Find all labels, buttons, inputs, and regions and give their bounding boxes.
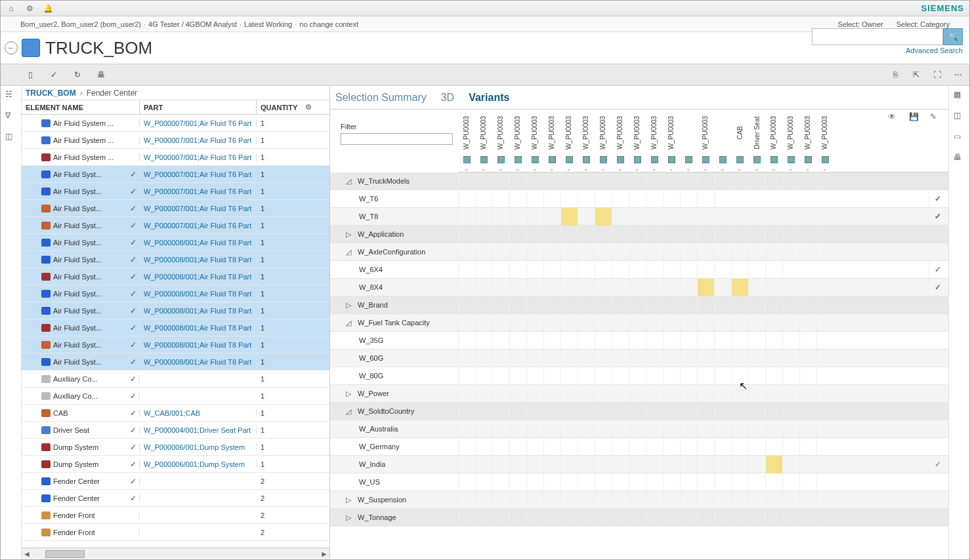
settings-icon[interactable]: ⚙ [24, 3, 35, 14]
variant-row[interactable]: ▷W_Suspension [330, 491, 948, 509]
home-icon[interactable]: ⌂ [6, 3, 16, 14]
variant-column[interactable]: Driver Seat⌄ [748, 110, 765, 172]
apply-icon[interactable]: ✓ [48, 69, 60, 81]
bookmark-icon[interactable]: ◫ [5, 132, 17, 144]
layout1-icon[interactable]: ▦ [954, 90, 965, 102]
variant-row[interactable]: W_80G [330, 367, 948, 385]
select-category-label[interactable]: Select: Category [896, 20, 950, 28]
table-row[interactable]: Air Fluid Syst...✓W_P000007/001;Air Flui… [22, 200, 329, 217]
table-row[interactable]: Air Fluid System ...W_P000007/001;Air Fl… [22, 132, 329, 149]
table-row[interactable]: Air Fluid Syst...✓W_P000008/001;Air Flui… [22, 302, 329, 319]
variant-row[interactable]: W_Australia [330, 420, 948, 438]
panel-icon[interactable]: ▯ [24, 69, 36, 81]
table-row[interactable]: Air Fluid Syst...✓W_P000008/001;Air Flui… [22, 319, 329, 336]
filter-input[interactable] [341, 133, 453, 145]
variant-grid[interactable]: ◿W_TruckModelsW_T6W_T8▷W_Application◿W_A… [330, 172, 948, 559]
table-row[interactable]: Fender Center✓2 [22, 490, 329, 507]
refresh-icon[interactable]: ↻ [72, 69, 83, 81]
col-quantity[interactable]: QUANTITY [261, 104, 297, 111]
bell-icon[interactable]: 🔔 [43, 3, 53, 14]
table-row[interactable]: Fender Front2 [22, 524, 329, 541]
table-row[interactable]: Fender Center✓2 [22, 473, 329, 490]
variant-row[interactable]: ▷W_Tonnage [330, 509, 948, 527]
layout2-icon[interactable]: ◫ [954, 111, 965, 123]
variant-row[interactable]: ◿W_AxleConfiguration [330, 243, 948, 261]
table-row[interactable]: Dump System✓W_P000006/001;Dump System1 [22, 456, 329, 473]
variant-column[interactable]: W_PU0003⌄ [612, 110, 629, 172]
filter-icon[interactable]: ∇ [5, 111, 17, 123]
variant-row[interactable]: ▷W_Application [330, 226, 948, 243]
column-settings-icon[interactable]: ⚙ [305, 103, 312, 111]
search-button[interactable]: 🔍 [943, 28, 963, 45]
export-icon[interactable]: ⇱ [910, 69, 922, 81]
print2-icon[interactable]: 🖶 [954, 153, 965, 165]
variant-column[interactable]: ⌄ [680, 110, 697, 172]
table-row[interactable]: Air Fluid Syst...✓W_P000007/001;Air Flui… [22, 217, 329, 234]
variant-row[interactable]: W_6X4 [330, 261, 948, 279]
variant-column[interactable]: W_PU0003⌄ [697, 110, 714, 172]
variant-row[interactable]: W_35G [330, 332, 948, 350]
table-row[interactable]: Air Fluid Syst...✓W_P000007/001;Air Flui… [22, 183, 329, 200]
table-row[interactable]: Auxlliary Co...✓1 [22, 370, 329, 388]
table-row[interactable]: Driver Seat✓W_P000004/001;Driver Seat Pa… [22, 422, 329, 439]
save-icon[interactable]: 💾 [909, 112, 921, 124]
variant-row[interactable]: W_60G [330, 350, 948, 367]
variant-column[interactable]: W_PU0003⌄ [765, 110, 782, 172]
variant-column[interactable]: W_PU0003⌄ [543, 110, 560, 172]
advanced-search-link[interactable]: Advanced Search [906, 47, 963, 54]
variant-column[interactable]: W_PU0003⌄ [458, 110, 475, 172]
variant-column[interactable]: W_PU0003⌄ [782, 110, 799, 172]
tab-3d[interactable]: 3D [441, 92, 454, 104]
copy-icon[interactable]: ⎘ [889, 69, 901, 81]
edit-icon[interactable]: ✎ [930, 112, 942, 124]
select-owner-label[interactable]: Select: Owner [838, 20, 883, 28]
variant-column[interactable]: CAB⌄ [731, 110, 748, 172]
table-row[interactable]: Air Fluid System ...W_P000007/001;Air Fl… [22, 149, 329, 166]
variant-row[interactable]: W_T6 [330, 190, 948, 208]
layout3-icon[interactable]: ▭ [954, 132, 965, 144]
col-part[interactable]: PART [140, 100, 257, 114]
table-row[interactable]: Auxlliary Co...✓1 [22, 388, 329, 405]
table-row[interactable]: Fender Front2 [22, 507, 329, 524]
variant-column[interactable]: W_PU0003⌄ [526, 110, 543, 172]
variant-column[interactable]: W_PU0003⌄ [560, 110, 578, 172]
table-row[interactable]: Air Fluid Syst...✓W_P000008/001;Air Flui… [22, 285, 329, 302]
variant-row[interactable]: ◿W_TruckModels [330, 172, 948, 190]
tab-variants[interactable]: Variants [469, 92, 509, 104]
tab-selection-summary[interactable]: Selection Summary [335, 92, 427, 104]
back-button[interactable]: ← [5, 41, 18, 54]
search-input[interactable] [812, 28, 943, 45]
variant-column[interactable]: W_PU0003⌄ [799, 110, 816, 172]
table-row[interactable]: Air Fluid Syst...✓W_P000008/001;Air Flui… [22, 251, 329, 268]
variant-column[interactable]: W_PU0003⌄ [509, 110, 526, 172]
variant-column[interactable]: W_PU0003⌄ [492, 110, 509, 172]
table-row[interactable]: Dump System✓W_P000006/001;Dump System1 [22, 439, 329, 456]
variant-row[interactable]: ◿W_SoldtoCountry [330, 403, 948, 420]
col-element-name[interactable]: ELEMENT NAME [22, 100, 140, 114]
variant-row[interactable]: W_8X4 [330, 279, 948, 296]
visibility-icon[interactable]: 👁 [888, 112, 900, 124]
print-icon[interactable]: 🖶 [95, 69, 107, 81]
variant-column[interactable]: W_PU0003⌄ [475, 110, 492, 172]
variant-row[interactable]: W_US [330, 473, 948, 491]
variant-column[interactable]: W_PU0003⌄ [578, 110, 595, 172]
table-row[interactable]: Air Fluid Syst...✓W_P000008/001;Air Flui… [22, 268, 329, 285]
variant-row[interactable]: ◿W_Fuel Tank Capacity [330, 314, 948, 332]
table-row[interactable]: Air Fluid Syst...✓W_P000008/001;Air Flui… [22, 353, 329, 370]
variant-row[interactable]: ▷W_Power [330, 385, 948, 403]
variant-column[interactable]: W_PU0003⌄ [646, 110, 663, 172]
table-row[interactable]: Air Fluid Syst...✓W_P000008/001;Air Flui… [22, 336, 329, 353]
table-row[interactable]: Air Fluid Syst...✓W_P000007/001;Air Flui… [22, 166, 329, 183]
variant-row[interactable]: W_Germany [330, 438, 948, 456]
fullscreen-icon[interactable]: ⛶ [931, 69, 943, 81]
table-row[interactable]: Air Fluid System ...W_P000007/001;Air Fl… [22, 115, 329, 132]
variant-column[interactable]: W_PU0003⌄ [629, 110, 646, 172]
variant-column[interactable]: W_PU0003⌄ [816, 110, 833, 172]
variant-row[interactable]: ▷W_Brand [330, 296, 948, 314]
more-icon[interactable]: ⋯ [952, 69, 964, 81]
bom-table-body[interactable]: Air Fluid System ...W_P000007/001;Air Fl… [22, 115, 329, 548]
variant-row[interactable]: W_T8 [330, 208, 948, 226]
table-row[interactable]: Air Fluid Syst...✓W_P000008/001;Air Flui… [22, 234, 329, 251]
variant-column[interactable]: ⌄ [714, 110, 731, 172]
variant-column[interactable]: W_PU0003⌄ [663, 110, 680, 172]
